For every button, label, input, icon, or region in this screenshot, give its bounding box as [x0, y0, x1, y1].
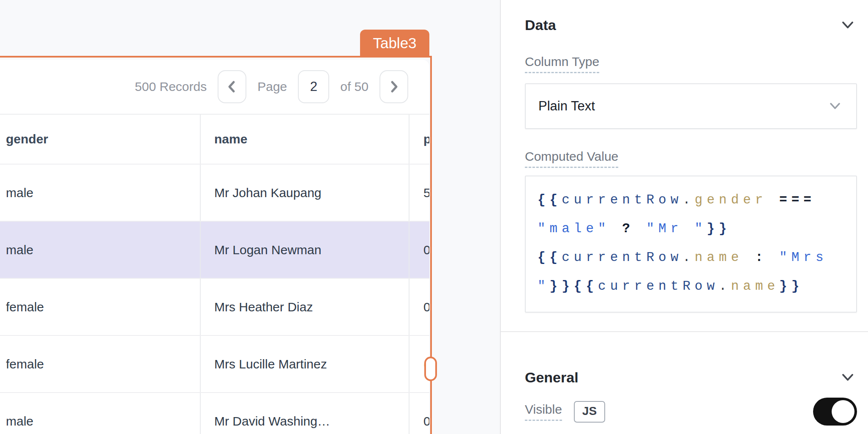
section-divider [501, 331, 868, 332]
resize-handle-right[interactable] [424, 357, 437, 381]
prev-page-button[interactable] [218, 70, 246, 103]
data-section-header[interactable]: Data [525, 17, 857, 33]
table-header-row: gendernamep [0, 114, 429, 164]
table-row[interactable]: maleMr David Washing…0 [0, 392, 429, 434]
column-type-value: Plain Text [538, 99, 595, 114]
code-editor[interactable]: {{currentRow.gender ==="male" ? "Mr "}}{… [525, 176, 857, 313]
table-body: maleMr Johan Kaupang5maleMr Logan Newman… [0, 164, 429, 434]
next-page-button[interactable] [379, 70, 408, 103]
computed-value-label: Computed Value [525, 149, 857, 168]
chevron-right-icon [387, 80, 401, 94]
chevron-down-icon[interactable] [838, 19, 857, 32]
column-type-select[interactable]: Plain Text [525, 83, 857, 129]
table-row[interactable]: femaleMrs Lucille Martinez(4 [0, 335, 429, 392]
app-screen: Table3 500 Records Page of 50 [0, 0, 868, 434]
cell-p: 5 [409, 165, 429, 221]
cell-gender: female [0, 279, 200, 335]
code-line: "}}{{currentRow.name}} [538, 272, 844, 301]
column-header-gender[interactable]: gender [0, 115, 200, 164]
column-header-name[interactable]: name [200, 115, 409, 164]
cell-p: 0 [409, 222, 429, 278]
general-section-header[interactable]: General [525, 369, 857, 386]
cell-gender: male [0, 165, 200, 221]
chevron-down-icon [827, 101, 843, 112]
cell-gender: male [0, 222, 200, 278]
app-canvas: Table3 500 Records Page of 50 [0, 0, 500, 434]
table3-widget: 500 Records Page of 50 gendernamep maleM… [0, 60, 429, 434]
table-row[interactable]: maleMr Logan Newman0 [0, 221, 429, 278]
properties-panel: Data Column Type Plain Text Computed Val… [500, 0, 868, 434]
column-type-label: Column Type [525, 55, 857, 73]
code-line: "male" ? "Mr "}} [538, 214, 844, 243]
visible-toggle[interactable] [813, 398, 857, 426]
page-total: of 50 [340, 80, 368, 94]
cell-name: Mrs Heather Diaz [200, 279, 409, 335]
table-row[interactable]: femaleMrs Heather Diaz0 [0, 278, 429, 335]
table-row[interactable]: maleMr Johan Kaupang5 [0, 164, 429, 221]
table-pagination: 500 Records Page of 50 [0, 60, 429, 114]
toggle-knob [832, 400, 854, 423]
cell-name: Mrs Lucille Martinez [200, 336, 409, 392]
cell-name: Mr Johan Kaupang [200, 165, 409, 221]
cell-name: Mr Logan Newman [200, 222, 409, 278]
cell-gender: female [0, 336, 200, 392]
cell-name: Mr David Washing… [200, 393, 409, 434]
chevron-left-icon [225, 80, 239, 94]
cell-p: 0 [409, 279, 429, 335]
visible-property-row: Visible JS [525, 398, 857, 426]
data-section-title: Data [525, 17, 556, 33]
code-line: {{currentRow.gender === [538, 186, 844, 214]
records-count: 500 Records [135, 80, 207, 94]
general-section-title: General [525, 369, 579, 386]
page-label: Page [257, 80, 287, 94]
cell-p: 0 [409, 393, 429, 434]
visible-label: Visible [525, 402, 562, 421]
code-line: {{currentRow.name : "Mrs [538, 243, 844, 272]
chevron-down-icon[interactable] [838, 371, 857, 384]
table3-widget-tab[interactable]: Table3 [360, 30, 429, 57]
selection-border-top [0, 56, 432, 58]
column-header-p[interactable]: p [409, 115, 429, 164]
page-input[interactable] [298, 70, 329, 103]
js-toggle-badge[interactable]: JS [574, 401, 605, 423]
cell-gender: male [0, 393, 200, 434]
